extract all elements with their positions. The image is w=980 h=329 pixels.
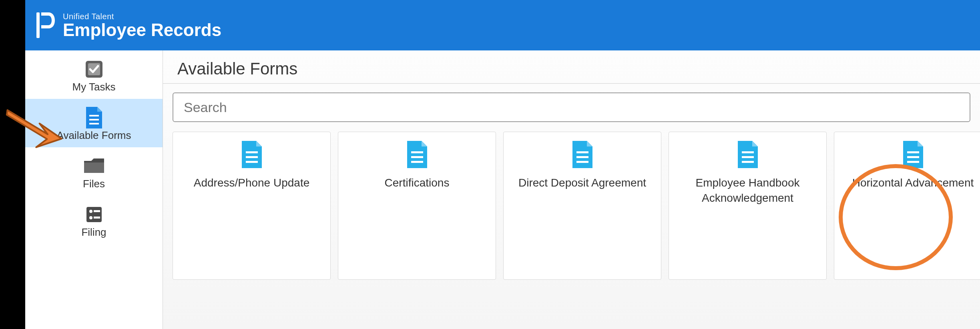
app-name: Employee Records: [63, 21, 221, 39]
svg-rect-21: [742, 156, 754, 158]
left-sidebar: My Tasks Available Forms Files: [25, 50, 163, 329]
svg-rect-5: [89, 123, 99, 124]
checkbox-icon: [83, 58, 105, 81]
svg-rect-17: [576, 151, 588, 153]
form-card-title: Direct Deposit Agreement: [510, 175, 654, 191]
svg-rect-22: [742, 161, 754, 163]
svg-rect-8: [94, 210, 100, 212]
form-card-title: Certifications: [377, 175, 458, 191]
app-header: Unified Talent Employee Records: [25, 0, 980, 50]
suite-name: Unified Talent: [63, 12, 221, 21]
folder-icon: [82, 154, 106, 178]
page-title: Available Forms: [163, 50, 980, 83]
svg-rect-18: [576, 156, 588, 158]
svg-rect-24: [907, 156, 919, 158]
form-card-certifications[interactable]: Certifications: [338, 132, 496, 280]
svg-rect-20: [742, 151, 754, 153]
filing-icon: [84, 203, 104, 226]
sidebar-item-files[interactable]: Files: [25, 147, 163, 196]
document-icon: [736, 140, 759, 171]
svg-rect-16: [411, 161, 423, 163]
document-icon: [406, 140, 429, 171]
sidebar-item-my-tasks[interactable]: My Tasks: [25, 50, 163, 99]
svg-rect-19: [576, 161, 588, 163]
form-card-title: Address/Phone Update: [186, 175, 318, 191]
document-icon: [240, 140, 263, 171]
sidebar-item-label: Available Forms: [57, 129, 131, 142]
form-card-address-phone-update[interactable]: Address/Phone Update: [173, 132, 331, 280]
form-card-grid: Address/Phone Update Certifications: [163, 132, 980, 280]
sidebar-item-label: Files: [83, 178, 105, 190]
form-card-horizontal-advancement[interactable]: Horizontal Advancement: [834, 132, 980, 280]
svg-rect-6: [86, 207, 102, 222]
brand-block: Unified Talent Employee Records: [33, 9, 221, 41]
svg-rect-4: [89, 119, 99, 120]
svg-rect-10: [94, 217, 100, 219]
svg-rect-23: [907, 151, 919, 153]
svg-point-9: [89, 216, 92, 219]
document-icon: [902, 140, 925, 171]
sidebar-item-filing[interactable]: Filing: [25, 196, 163, 244]
svg-rect-12: [246, 156, 258, 158]
svg-rect-0: [36, 12, 40, 38]
form-card-title: Horizontal Advancement: [844, 175, 980, 191]
window-edge-strip: [0, 0, 25, 329]
svg-rect-15: [411, 156, 423, 158]
form-card-title: Employee Handbook Acknowledgement: [669, 175, 826, 206]
title-divider: [163, 83, 980, 84]
form-card-employee-handbook[interactable]: Employee Handbook Acknowledgement: [669, 132, 827, 280]
sidebar-item-label: Filing: [81, 226, 106, 239]
brand-text: Unified Talent Employee Records: [63, 12, 221, 39]
powerschool-logo-icon: [33, 9, 57, 41]
search-row: [163, 92, 980, 132]
main-content: Available Forms Address/Phone Update: [163, 50, 980, 329]
form-card-direct-deposit[interactable]: Direct Deposit Agreement: [503, 132, 661, 280]
svg-point-7: [89, 210, 92, 213]
sidebar-item-available-forms[interactable]: Available Forms: [25, 99, 163, 147]
document-icon: [571, 140, 594, 171]
svg-rect-3: [89, 115, 99, 116]
svg-rect-11: [246, 151, 258, 153]
document-icon: [84, 106, 104, 129]
search-input[interactable]: [173, 92, 970, 122]
svg-rect-25: [907, 161, 919, 163]
svg-rect-14: [411, 151, 423, 153]
svg-rect-13: [246, 161, 258, 163]
sidebar-item-label: My Tasks: [72, 81, 116, 93]
